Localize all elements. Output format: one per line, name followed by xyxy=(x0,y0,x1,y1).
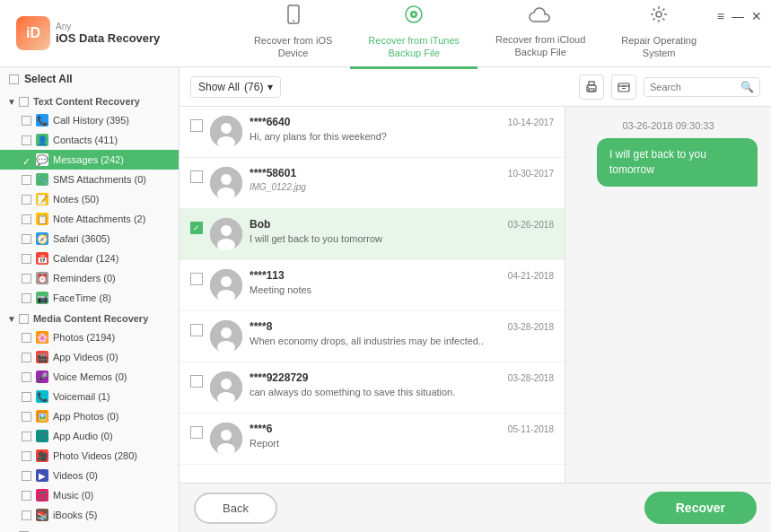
msg-name-7: ****6 xyxy=(250,423,272,435)
section-media-checkbox[interactable] xyxy=(19,314,29,324)
ibooks-label: iBooks (5) xyxy=(53,510,98,520)
message-item[interactable]: ****113 04-21-2018 Meeting notes xyxy=(180,260,565,311)
search-box[interactable]: 🔍 xyxy=(644,77,760,97)
select-all-checkbox[interactable] xyxy=(9,74,19,84)
sidebar-item-facetime[interactable]: 📷 FaceTime (8) xyxy=(0,288,179,308)
message-item[interactable]: ****6 05-11-2018 Report xyxy=(180,414,565,465)
search-input[interactable] xyxy=(650,82,740,92)
sidebar-item-reminders[interactable]: ⏰ Reminders (0) xyxy=(0,268,179,288)
notes-icon: 📝 xyxy=(36,193,48,205)
content-area: Show All (76) ▾ 🔍 xyxy=(180,67,771,532)
voicemail-label: Voicemail (1) xyxy=(53,391,110,402)
msg-checkbox-3[interactable]: ✓ xyxy=(190,222,203,234)
sidebar-item-call-history[interactable]: 📞 Call History (395) xyxy=(0,110,179,130)
note-attach-label: Note Attachments (2) xyxy=(53,214,145,224)
msg-preview-4: Meeting notes xyxy=(250,284,554,295)
tab-itunes-backup[interactable]: Recover from iTunesBackup File xyxy=(350,0,477,69)
avatar-7 xyxy=(210,423,242,455)
dropdown-arrow-icon: ▾ xyxy=(267,81,273,93)
show-all-label: Show All xyxy=(198,81,240,93)
section-text-checkbox[interactable] xyxy=(19,97,29,107)
avatar-1 xyxy=(210,116,242,148)
svg-point-4 xyxy=(413,13,416,15)
sidebar-item-app-photos[interactable]: 🖼️ App Photos (0) xyxy=(0,406,179,426)
select-all-header[interactable]: Select All xyxy=(0,67,179,91)
nav-tabs: Recover from iOSDevice Recover from iTun… xyxy=(188,0,762,69)
msg-date-2: 10-30-2017 xyxy=(508,169,554,179)
message-item[interactable]: ****6640 10-14-2017 Hi, any plans for th… xyxy=(180,107,565,158)
msg-checkbox-2[interactable] xyxy=(190,170,203,183)
msg-date-5: 03-28-2018 xyxy=(508,322,554,332)
tab-repair-os[interactable]: Repair OperatingSystem xyxy=(603,0,714,69)
window-controls: ≡ — ✕ xyxy=(717,9,762,23)
sidebar-item-messages[interactable]: ✓ 💬 Messages (242) xyxy=(0,150,179,170)
reminders-icon: ⏰ xyxy=(36,272,48,284)
show-all-button[interactable]: Show All (76) ▾ xyxy=(190,76,281,98)
sidebar-item-photos[interactable]: 🌸 Photos (2194) xyxy=(0,327,179,347)
app-videos-icon: 🎬 xyxy=(36,351,48,363)
back-button[interactable]: Back xyxy=(194,493,277,524)
sidebar-item-app-videos[interactable]: 🎬 App Videos (0) xyxy=(0,347,179,367)
tab-ios-device[interactable]: Recover from iOSDevice xyxy=(236,0,350,69)
recover-button[interactable]: Recover xyxy=(644,492,757,524)
photo-videos-icon: 🎥 xyxy=(36,449,48,462)
svg-point-5 xyxy=(656,12,661,17)
msg-checkbox-1[interactable] xyxy=(190,119,203,132)
section-media-title: Media Content Recovery xyxy=(33,313,148,324)
bottom-bar: Back Recover xyxy=(180,483,771,532)
menu-button[interactable]: ≡ xyxy=(717,9,724,23)
msg-preview-1: Hi, any plans for this weekend? xyxy=(250,131,554,142)
message-item[interactable]: ✓ Bob 03-26-2018 I will get back to you … xyxy=(180,209,565,260)
app-photos-icon: 🖼️ xyxy=(36,410,48,423)
logo-area: iD Any iOS Data Recovery xyxy=(9,16,188,50)
msg-checkbox-7[interactable] xyxy=(190,426,203,439)
section-app-data: ▼ App Data Recovery xyxy=(0,527,179,532)
close-button[interactable]: ✕ xyxy=(751,9,762,23)
svg-point-12 xyxy=(221,123,232,134)
chat-bubble: I will get back to you tomorrow xyxy=(597,138,758,187)
chat-detail-inner: 03-26-2018 09:30:33 I will get back to y… xyxy=(579,120,758,187)
export-button[interactable] xyxy=(611,74,636,100)
msg-name-6: ****9228729 xyxy=(250,371,308,384)
msg-name-1: ****6640 xyxy=(250,116,290,128)
sidebar-item-photo-videos[interactable]: 🎥 Photo Videos (280) xyxy=(0,446,179,466)
msg-content-1: ****6640 10-14-2017 Hi, any plans for th… xyxy=(250,116,554,142)
msg-checkbox-4[interactable] xyxy=(190,273,203,285)
svg-rect-10 xyxy=(618,83,629,92)
app-audio-icon: 🎵 xyxy=(36,430,48,442)
sidebar-item-calendar[interactable]: 📅 Calendar (124) xyxy=(0,249,179,268)
msg-date-7: 05-11-2018 xyxy=(508,424,554,434)
msg-checkbox-6[interactable] xyxy=(190,375,203,388)
sidebar-item-voice-memos[interactable]: 🎤 Voice Memos (0) xyxy=(0,367,179,387)
minimize-button[interactable]: — xyxy=(732,9,744,23)
sidebar-item-app-audio[interactable]: 🎵 App Audio (0) xyxy=(0,426,179,446)
msg-checkbox-5[interactable] xyxy=(190,324,203,336)
sidebar-item-sms-attachments[interactable]: 📎 SMS Attachments (0) xyxy=(0,170,179,189)
voice-memos-label: Voice Memos (0) xyxy=(53,371,127,382)
msg-preview-7: Report xyxy=(250,438,554,449)
messages-list: ****6640 10-14-2017 Hi, any plans for th… xyxy=(180,107,565,483)
sidebar-item-note-attachments[interactable]: 📋 Note Attachments (2) xyxy=(0,209,179,229)
svg-point-24 xyxy=(221,327,232,338)
section-text-content: ▼ Text Content Recovery xyxy=(0,92,179,110)
tab-ios-device-label: Recover from iOSDevice xyxy=(254,34,332,60)
logo-any-text: Any xyxy=(56,22,160,31)
sidebar-item-notes[interactable]: 📝 Notes (50) xyxy=(0,189,179,209)
sidebar-item-contacts[interactable]: 👤 Contacts (411) xyxy=(0,130,179,150)
sidebar-item-voicemail[interactable]: 📞 Voicemail (1) xyxy=(0,387,179,406)
calendar-icon: 📅 xyxy=(36,252,48,265)
sidebar-item-safari[interactable]: 🧭 Safari (3605) xyxy=(0,229,179,249)
sidebar-item-music[interactable]: 🎵 Music (0) xyxy=(0,485,179,505)
sidebar-item-videos[interactable]: ▶ Videos (0) xyxy=(0,466,179,485)
message-item[interactable]: ****9228729 03-28-2018 can always do som… xyxy=(180,362,565,414)
music-item-icon: 🎵 xyxy=(36,489,48,501)
gear-icon xyxy=(649,4,669,31)
print-button[interactable] xyxy=(579,74,604,100)
message-item[interactable]: ****58601 10-30-2017 IMG_0122.jpg xyxy=(180,158,565,209)
tab-icloud-backup[interactable]: Recover from iCloudBackup File xyxy=(477,0,603,69)
photo-videos-label: Photo Videos (280) xyxy=(53,450,137,461)
msg-content-5: ****8 03-28-2018 When economy drops, all… xyxy=(250,320,554,346)
message-item[interactable]: ****8 03-28-2018 When economy drops, all… xyxy=(180,311,565,362)
sidebar-item-ibooks[interactable]: 📚 iBooks (5) xyxy=(0,505,179,525)
msg-name-5: ****8 xyxy=(250,320,272,333)
